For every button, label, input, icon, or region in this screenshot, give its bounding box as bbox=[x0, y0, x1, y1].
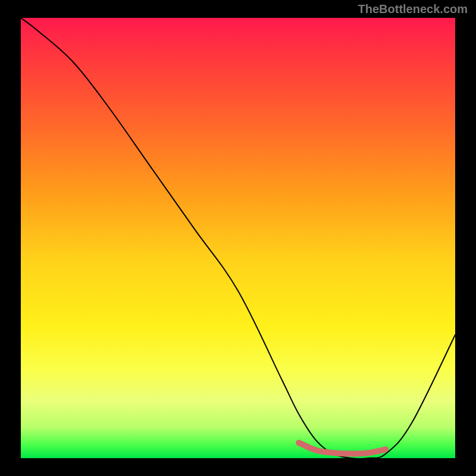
optimal-range-marker bbox=[299, 443, 386, 454]
gradient-plot-area bbox=[21, 18, 455, 458]
curve-svg bbox=[21, 18, 455, 458]
bottleneck-curve bbox=[21, 18, 455, 458]
watermark-text: TheBottleneck.com bbox=[358, 2, 468, 16]
